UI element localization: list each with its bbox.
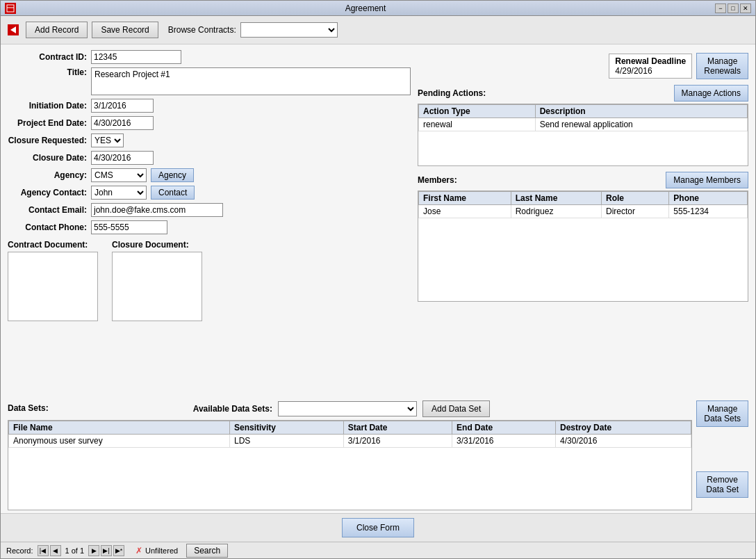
m-phone: 555-1234 — [669, 205, 748, 218]
left-panel: Contract ID: Title: Research Project #1 … — [8, 50, 411, 392]
status-bar: Record: |◀ ◀ 1 of 1 ▶ ▶| ▶* ✗ Unfiltered… — [1, 542, 755, 558]
contract-id-label: Contract ID: — [8, 52, 91, 62]
remove-dataset-button[interactable]: RemoveData Set — [696, 471, 748, 498]
nav-last-button[interactable]: ▶| — [101, 545, 112, 556]
agency-button[interactable]: Agency — [151, 168, 194, 182]
table-row[interactable]: JoseRodriguezDirector555-1234 — [419, 205, 748, 218]
close-form-button[interactable]: Close Form — [342, 518, 414, 537]
filter-info: ✗ Unfiltered — [135, 546, 178, 556]
ds-col-file-name: File Name — [9, 421, 230, 435]
contract-id-input[interactable] — [91, 50, 181, 64]
nav-controls: |◀ ◀ 1 of 1 ▶ ▶| ▶* — [38, 545, 125, 556]
members-table: First Name Last Name Role Phone JoseRodr… — [418, 191, 748, 218]
members-header: Members: Manage Members — [418, 172, 748, 188]
search-button[interactable]: Search — [186, 544, 228, 558]
main-content: Contract ID: Title: Research Project #1 … — [1, 44, 755, 542]
closure-doc-box[interactable] — [112, 252, 202, 321]
agency-contact-select[interactable]: John — [91, 186, 147, 200]
svg-marker-2 — [10, 26, 16, 33]
pending-actions-header: Pending Actions: Manage Actions — [418, 85, 748, 102]
ds-file-name: Anonymous user survey — [9, 435, 230, 448]
add-dataset-button[interactable]: Add Data Set — [422, 400, 490, 417]
add-record-button[interactable]: Add Record — [26, 22, 88, 38]
window-controls: − □ ✕ — [715, 3, 751, 13]
closure-requested-select[interactable]: YES NO — [91, 133, 124, 147]
available-datasets-select[interactable] — [278, 401, 417, 416]
project-end-date-input[interactable] — [91, 116, 154, 130]
svg-rect-0 — [7, 5, 14, 12]
pending-actions-container: Action Type Description renewalSend rene… — [418, 104, 748, 166]
m-col-role: Role — [602, 192, 669, 205]
pa-action-type: renewal — [419, 118, 536, 131]
ds-col-sensitivity: Sensitivity — [229, 421, 343, 435]
contact-phone-input[interactable] — [91, 220, 167, 234]
agency-select[interactable]: CMS — [91, 168, 147, 182]
datasets-main: Data Sets: Available Data Sets: Add Data… — [8, 400, 692, 510]
closure-doc-container: Closure Document: — [112, 240, 202, 321]
browse-contracts-select[interactable] — [240, 22, 338, 38]
ds-sensitivity: LDS — [229, 435, 343, 448]
nav-prev-button[interactable]: ◀ — [50, 545, 61, 556]
title-row: Title: Research Project #1 — [8, 67, 411, 95]
closure-requested-row: Closure Requested: YES NO — [8, 133, 411, 147]
renewal-label: Renewal Deadline — [615, 56, 686, 66]
ds-col-end-date: End Date — [452, 421, 556, 435]
contract-doc-box[interactable] — [8, 252, 98, 321]
toolbar: Add Record Save Record Browse Contracts: — [1, 16, 755, 44]
contract-id-row: Contract ID: — [8, 50, 411, 64]
nav-first-button[interactable]: |◀ — [38, 545, 49, 556]
app-icon — [5, 3, 16, 14]
project-end-date-row: Project End Date: — [8, 116, 411, 130]
contract-doc-label: Contract Document: — [8, 240, 98, 250]
ds-col-start-date: Start Date — [343, 421, 452, 435]
manage-renewals-button[interactable]: ManageRenewals — [696, 53, 748, 79]
contact-phone-label: Contact Phone: — [8, 222, 91, 232]
m-col-phone: Phone — [669, 192, 748, 205]
members-section: Members: Manage Members First Name Last … — [418, 172, 748, 302]
record-nav: 1 of 1 — [65, 546, 85, 555]
contact-button[interactable]: Contact — [151, 186, 195, 200]
side-buttons: ManageData Sets RemoveData Set — [696, 400, 748, 498]
manage-datasets-button[interactable]: ManageData Sets — [696, 400, 748, 427]
manage-actions-button[interactable]: Manage Actions — [674, 85, 748, 102]
minimize-button[interactable]: − — [715, 3, 726, 13]
agency-contact-row: Agency Contact: John Contact — [8, 186, 411, 200]
m-first-name: Jose — [419, 205, 511, 218]
save-record-button[interactable]: Save Record — [92, 22, 158, 38]
ds-destroy-date: 4/30/2016 — [556, 435, 691, 448]
filter-icon: ✗ — [135, 546, 142, 556]
close-button[interactable]: ✕ — [740, 3, 751, 13]
initiation-date-input[interactable] — [91, 99, 154, 113]
datasets-label: Data Sets: — [8, 403, 49, 413]
right-panel: Renewal Deadline 4/29/2016 ManageRenewal… — [418, 50, 748, 392]
pending-actions-table: Action Type Description renewalSend rene… — [418, 104, 748, 131]
manage-members-button[interactable]: Manage Members — [666, 172, 748, 188]
datasets-layout: Data Sets: Available Data Sets: Add Data… — [8, 400, 748, 510]
table-row[interactable]: renewalSend renewal application — [419, 118, 748, 131]
window-title: Agreement — [16, 3, 715, 13]
m-role: Director — [602, 205, 669, 218]
title-input[interactable]: Research Project #1 — [91, 67, 411, 95]
nav-icon — [8, 24, 19, 35]
datasets-section: Data Sets: Available Data Sets: Add Data… — [1, 398, 755, 513]
nav-new-button[interactable]: ▶* — [113, 545, 124, 556]
filter-label: Unfiltered — [145, 546, 178, 555]
project-end-date-label: Project End Date: — [8, 118, 91, 128]
restore-button[interactable]: □ — [728, 3, 739, 13]
form-area: Contract ID: Title: Research Project #1 … — [1, 44, 755, 398]
agency-label: Agency: — [8, 170, 91, 180]
closure-date-input[interactable] — [91, 151, 154, 165]
m-col-first-name: First Name — [419, 192, 511, 205]
pending-actions-title: Pending Actions: — [418, 88, 486, 98]
m-last-name: Rodriguez — [511, 205, 601, 218]
table-row[interactable]: Anonymous user surveyLDS3/1/20163/31/201… — [9, 435, 691, 448]
contact-phone-row: Contact Phone: — [8, 220, 411, 234]
title-bar: Agreement − □ ✕ — [1, 1, 755, 16]
closure-requested-label: Closure Requested: — [8, 136, 91, 145]
contact-email-input[interactable] — [91, 203, 223, 217]
agency-contact-label: Agency Contact: — [8, 188, 91, 197]
initiation-date-label: Initiation Date: — [8, 101, 91, 111]
initiation-date-row: Initiation Date: — [8, 99, 411, 113]
nav-next-button[interactable]: ▶ — [88, 545, 99, 556]
available-label: Available Data Sets: — [193, 404, 272, 414]
